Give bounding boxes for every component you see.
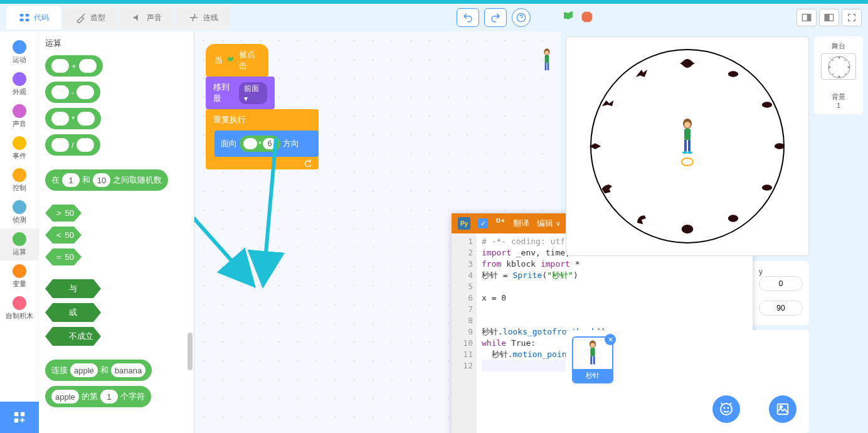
category-looks[interactable]: 外观: [0, 68, 38, 100]
svg-point-20: [682, 225, 694, 233]
backdrops-count: 1: [819, 102, 858, 109]
brush-icon: [75, 12, 87, 23]
stage[interactable]: [566, 36, 809, 256]
checkbox-icon[interactable]: ✓: [478, 218, 488, 228]
op-lt-block[interactable]: <50: [45, 227, 82, 243]
svg-rect-9: [825, 14, 829, 21]
add-sprite-button[interactable]: [712, 395, 740, 423]
category-operators[interactable]: 运算: [0, 228, 38, 260]
fullscreen-button[interactable]: [842, 9, 862, 26]
goto-layer-block[interactable]: 移到最前面 ▾: [206, 77, 275, 109]
hat-block[interactable]: 当 被点击: [206, 44, 268, 77]
green-flag-button[interactable]: [561, 10, 576, 25]
op-add-block[interactable]: +: [45, 55, 103, 77]
edit-menu[interactable]: 编辑 ∨: [537, 218, 561, 229]
undo-button[interactable]: [457, 8, 479, 27]
canvas-sprite-preview: [541, 48, 553, 75]
svg-point-48: [845, 73, 846, 75]
op-or-block[interactable]: 或: [45, 303, 101, 322]
op-div-block[interactable]: /: [45, 134, 100, 156]
svg-point-50: [545, 51, 549, 55]
svg-point-37: [728, 407, 729, 409]
clock-mark-6: [679, 220, 696, 238]
svg-point-44: [848, 67, 850, 68]
stage-small-button[interactable]: [797, 9, 817, 26]
category-variables[interactable]: 变量: [0, 260, 38, 292]
tab-code-label: 代码: [34, 13, 49, 23]
svg-point-15: [728, 71, 738, 77]
category-motion[interactable]: 运动: [0, 36, 38, 68]
sprite-item-label: 秒针: [573, 369, 612, 382]
op-sub-block[interactable]: -: [45, 82, 100, 103]
svg-rect-0: [20, 14, 24, 17]
tab-wiring[interactable]: 连线: [176, 6, 231, 29]
svg-rect-11: [21, 412, 24, 416]
category-sensing[interactable]: 侦测: [0, 196, 38, 228]
delete-sprite-button[interactable]: ✕: [605, 334, 616, 345]
svg-point-42: [839, 76, 840, 78]
category-strip: 运动 外观 声音 事件 控制 侦测 运算 变量 自制积木: [0, 31, 39, 433]
code-icon: [19, 12, 30, 23]
svg-rect-23: [684, 129, 691, 140]
category-control[interactable]: 控制: [0, 164, 38, 196]
clock-mark-11: [633, 65, 650, 83]
svg-rect-1: [20, 19, 24, 22]
stop-button[interactable]: [581, 11, 593, 25]
op-not-block[interactable]: 不成立: [45, 327, 101, 346]
svg-rect-25: [688, 140, 691, 151]
help-button[interactable]: [512, 8, 531, 27]
add-extension-button[interactable]: [0, 402, 39, 433]
clock-mark-12: [679, 55, 696, 72]
loop-icon: [302, 159, 312, 168]
svg-point-26: [682, 151, 687, 154]
step-icon[interactable]: [495, 218, 505, 230]
tab-wiring-label: 连线: [203, 13, 218, 23]
tab-costumes-label: 造型: [90, 13, 105, 23]
add-backdrop-button[interactable]: [769, 395, 797, 423]
script-area[interactable]: 当 被点击 移到最前面 ▾ 重复执行 面向 *6 方向: [194, 31, 561, 433]
palette-scrollbar[interactable]: [188, 69, 193, 420]
category-myblocks[interactable]: 自制积木: [0, 292, 38, 324]
y-input[interactable]: [759, 276, 803, 291]
svg-point-47: [832, 73, 834, 75]
stage-large-button[interactable]: [819, 9, 839, 26]
point-direction-block[interactable]: 面向 *6 方向: [214, 131, 319, 157]
clock-mark-9: [586, 137, 604, 155]
op-mul-block[interactable]: *: [45, 108, 101, 129]
op-random-block[interactable]: 在1和10之间取随机数: [45, 169, 168, 191]
flag-icon: [226, 55, 235, 65]
block-stack[interactable]: 当 被点击 移到最前面 ▾ 重复执行 面向 *6 方向: [206, 44, 319, 169]
tab-sounds[interactable]: 声音: [119, 6, 174, 29]
svg-point-41: [839, 57, 840, 59]
python-icon: Py: [458, 217, 470, 230]
svg-rect-3: [26, 19, 29, 22]
op-letter-block[interactable]: apple的第1个字符: [45, 386, 151, 407]
tab-code[interactable]: 代码: [6, 6, 61, 29]
svg-rect-24: [684, 140, 687, 151]
category-sound[interactable]: 声音: [0, 100, 38, 132]
forever-block[interactable]: 重复执行 面向 *6 方向: [206, 109, 319, 169]
op-gt-block[interactable]: >50: [45, 205, 82, 222]
line-gutter: 123456789101112: [452, 233, 477, 433]
svg-rect-33: [590, 356, 592, 364]
direction-input[interactable]: [759, 301, 803, 316]
stage-box[interactable]: 舞台 背景 1: [814, 36, 863, 114]
svg-point-40: [828, 56, 850, 78]
op-eq-block[interactable]: =50: [45, 249, 82, 265]
category-events[interactable]: 事件: [0, 132, 38, 164]
svg-point-36: [724, 407, 726, 409]
svg-point-22: [684, 122, 691, 128]
redo-button[interactable]: [484, 8, 507, 27]
svg-rect-12: [14, 419, 18, 422]
svg-rect-7: [807, 14, 810, 21]
clock-mark-4: [758, 179, 776, 196]
sprite-item[interactable]: ✕ 秒针: [572, 336, 613, 383]
svg-rect-51: [545, 55, 549, 63]
op-and-block[interactable]: 与: [45, 279, 101, 298]
clock-center-sprite: [678, 117, 697, 166]
translate-label[interactable]: 翻译: [513, 218, 529, 229]
block-palette: 运算 + - * / 在1和10之间取随机数 >50 <50 =50 与 或 不…: [39, 31, 194, 433]
svg-point-27: [687, 151, 692, 154]
tab-costumes[interactable]: 造型: [63, 6, 118, 29]
op-join-block[interactable]: 连接apple和banana: [45, 360, 152, 381]
